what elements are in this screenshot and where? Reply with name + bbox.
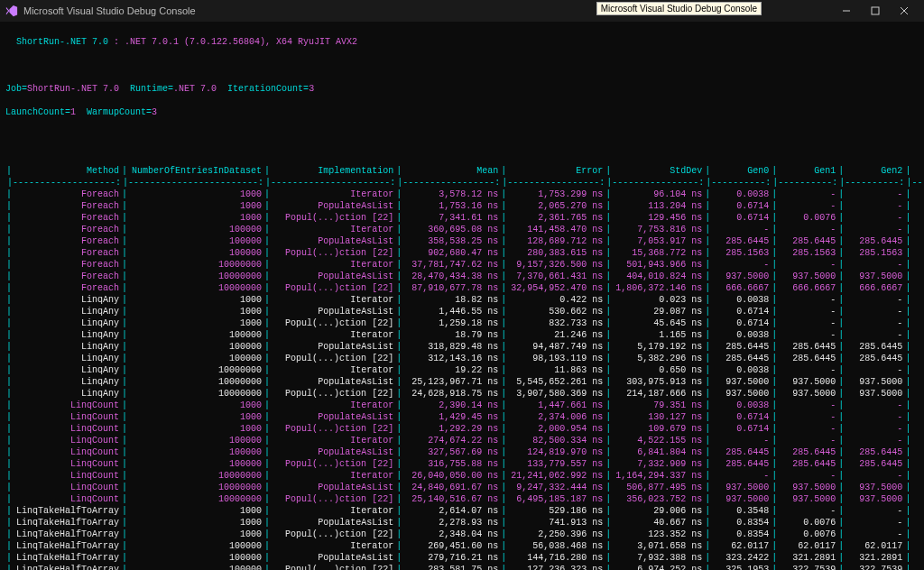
cell: 2,361.765 ns	[507, 212, 605, 224]
cell: 100000	[128, 247, 263, 259]
table-row: |LinqCount|1000|Iterator|2,390.14 ns|1,4…	[5, 400, 924, 411]
cell: 0.8354	[711, 517, 771, 529]
table-row: |LinqAny|10000000|Popul(...)ction [22]|2…	[5, 388, 924, 400]
cell: 87,910,677.78 ns	[402, 282, 500, 294]
cell: -	[778, 400, 837, 411]
col-mean: Mean	[402, 165, 500, 177]
cell: 1000	[128, 400, 263, 411]
cell: LinqTakeHalfToArray	[13, 529, 121, 540]
cell: PopulateAsList	[271, 235, 395, 247]
cell: 1049072 B	[911, 235, 924, 247]
cell: 327,567.69 ns	[402, 446, 500, 458]
cell: 100000	[128, 552, 263, 564]
cell: LinqCount	[13, 458, 121, 470]
minimize-button[interactable]	[832, 0, 861, 22]
cell: 285.6445	[845, 235, 904, 247]
table-row: |Foreach|1000|Popul(...)ction [22]|7,341…	[5, 212, 924, 224]
cell: 0.650 ns	[612, 364, 704, 376]
cell: 666.6667	[778, 282, 837, 294]
cell: 0.0076	[778, 529, 837, 540]
cell: 10496 B	[911, 529, 924, 540]
cell: PopulateAsList	[271, 446, 395, 458]
maximize-button[interactable]	[861, 0, 890, 22]
cell: 100000	[128, 564, 263, 570]
cell: 0.6714	[711, 200, 771, 212]
cell: 279,716.21 ns	[402, 552, 500, 564]
table-row: |LinqAny|10000000|PopulateAsList|25,123,…	[5, 376, 924, 388]
cell: 360,695.08 ns	[402, 224, 500, 235]
cell: 0.0076	[778, 212, 837, 224]
cell: LinqAny	[13, 353, 121, 364]
cell: 0.023 ns	[612, 294, 704, 306]
cell: LinqTakeHalfToArray	[13, 564, 121, 570]
cell: -	[711, 435, 771, 446]
title-tooltip: Microsoft Visual Studio Debug Console	[596, 2, 762, 15]
cell: 404,010.824 ns	[612, 271, 704, 282]
cell: 741.913 ns	[507, 517, 605, 529]
cell: LinqCount	[13, 446, 121, 458]
cell: 7,341.61 ns	[402, 212, 500, 224]
cell: 285.6445	[711, 341, 771, 353]
cell: 109.679 ns	[612, 423, 704, 435]
close-button[interactable]	[890, 0, 919, 22]
cell: 318,829.48 ns	[402, 341, 500, 353]
cell: Foreach	[13, 235, 121, 247]
cell: 26,040,050.00 ns	[402, 470, 500, 482]
cell: 134218616 B	[911, 376, 924, 388]
cell: 356,023.752 ns	[612, 493, 704, 505]
table-row: |LinqCount|10000000|Popul(...)ction [22]…	[5, 493, 924, 505]
cell: LinqCount	[13, 493, 121, 505]
cell: 0.6714	[711, 411, 771, 423]
cell: 4480 B	[911, 505, 924, 517]
cell: PopulateAsList	[271, 411, 395, 423]
table-row: |LinqAny|100000|PopulateAsList|318,829.4…	[5, 341, 924, 353]
cell: 100000	[128, 435, 263, 446]
cell: 1,806,372.146 ns	[612, 282, 704, 294]
cell: 832.733 ns	[507, 317, 605, 329]
cell: 2,390.14 ns	[402, 400, 500, 411]
table-row: |LinqAny|100000|Iterator|18.79 ns|21.246…	[5, 329, 924, 341]
cell: -	[845, 435, 904, 446]
cell: 285.6445	[845, 446, 904, 458]
cell: 323.2422	[711, 552, 771, 564]
table-row: |LinqTakeHalfToArray|100000|PopulateAsLi…	[5, 552, 924, 564]
cell: 48 B	[911, 294, 924, 306]
cell: 24,628,918.75 ns	[402, 388, 500, 400]
cell: 134218616 B	[911, 493, 924, 505]
cell: 1000	[128, 200, 263, 212]
cell: 7,370,661.431 ns	[507, 271, 605, 282]
cell: LinqTakeHalfToArray	[13, 517, 121, 529]
cell: 1249270 B	[911, 552, 924, 564]
header-row: |Method |NumberOfEntriesInDataset |Imple…	[5, 165, 924, 177]
cell: 62.0117	[845, 540, 904, 552]
cell: 29.087 ns	[612, 306, 704, 317]
terminal-output: ShortRun-.NET 7.0 : .NET 7.0.1 (7.0.122.…	[0, 22, 924, 570]
cell: 0.3548	[711, 505, 771, 517]
cell: 134218616 B	[911, 482, 924, 493]
cell: -	[845, 294, 904, 306]
cell: Popul(...)ction [22]	[271, 212, 395, 224]
cell: 8424 B	[911, 306, 924, 317]
cell: Foreach	[13, 259, 121, 271]
cell: 937.5000	[711, 493, 771, 505]
cell: 1049072 B	[911, 446, 924, 458]
cell: 3,578.12 ns	[402, 188, 500, 200]
cell: 666.6667	[711, 282, 771, 294]
table-row: |LinqCount|100000|Iterator|274,674.22 ns…	[5, 435, 924, 446]
cell: 133,779.557 ns	[507, 458, 605, 470]
table-row: |Foreach|100000|PopulateAsList|358,538.2…	[5, 235, 924, 247]
cell: -	[711, 259, 771, 271]
cell: 285.6445	[711, 235, 771, 247]
cell: 25,123,967.71 ns	[402, 376, 500, 388]
cell: 1000	[128, 529, 263, 540]
cell: 937.5000	[711, 482, 771, 493]
cell: 6,841.804 ns	[612, 446, 704, 458]
cell: 937.5000	[778, 388, 837, 400]
cell: 501,943.966 ns	[612, 259, 704, 271]
env-line: ShortRun-.NET 7.0 : .NET 7.0.1 (7.0.122.…	[5, 36, 919, 48]
cell: Popul(...)ction [22]	[271, 353, 395, 364]
col-error: Error	[507, 165, 605, 177]
col-alloc: Allocated	[911, 165, 924, 177]
cell: -	[845, 306, 904, 317]
cell: 283,581.75 ns	[402, 564, 500, 570]
